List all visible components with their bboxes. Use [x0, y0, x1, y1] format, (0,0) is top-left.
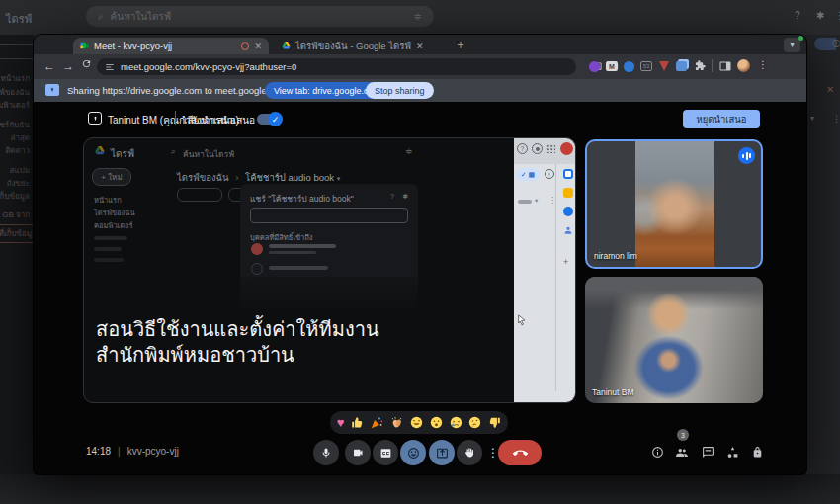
person-name-line — [269, 266, 328, 270]
side-panel-icon[interactable] — [719, 60, 731, 72]
url-text: meet.google.com/kvv-pcyo-vjj?authuser=0 — [121, 61, 296, 72]
dialog-fade — [240, 277, 418, 316]
address-bar[interactable]: meet.google.com/kvv-pcyo-vjj?authuser=0 … — [97, 58, 576, 75]
participant-tile-taninut[interactable]: Taninut BM — [585, 277, 763, 403]
close-icon: ✕ — [826, 84, 834, 95]
party-popper-reaction-icon[interactable] — [371, 416, 383, 429]
tab-search-chevron-button[interactable]: ▾ — [784, 38, 800, 52]
people-button[interactable] — [675, 446, 689, 460]
camera-button[interactable] — [345, 440, 371, 465]
end-call-button[interactable] — [498, 440, 542, 465]
reactions-button[interactable] — [400, 440, 426, 465]
tab-drive[interactable]: ไดรฟ์ของฉัน - Google ไดรฟ์ ✕ — [275, 38, 445, 54]
background-drive-sidebar: + หน้าแรก ไดรฟ์ของฉัน คอมพิวเตอร์ แชร์กั… — [0, 35, 34, 474]
host-controls-button[interactable] — [751, 446, 764, 459]
extension-icon[interactable] — [659, 61, 669, 71]
forward-button[interactable]: → — [62, 59, 74, 73]
thumbs-down-reaction-icon[interactable] — [488, 416, 501, 429]
drive-new-button: + ใหม่ — [92, 168, 131, 186]
meeting-code: kvv-pcyo-vjj — [127, 446, 179, 457]
extension-icon[interactable] — [624, 61, 634, 72]
microphone-button[interactable] — [313, 440, 339, 465]
presenter-bar: Taninut BM (คุณกำลังนำเสนอ) เสียงการนำเส… — [34, 102, 806, 135]
tasks-app-icon — [563, 207, 573, 216]
status-dot — [798, 36, 803, 41]
surprised-face-reaction-icon[interactable] — [430, 416, 443, 429]
person-name-line — [269, 244, 336, 248]
reactions-bar: ♥ — [330, 411, 508, 434]
sparkling-heart-reaction-icon[interactable]: ♥ — [337, 416, 345, 429]
background-new-button-fragment: + — [0, 44, 34, 59]
participant-name: Taninut BM — [592, 387, 634, 397]
drive-nav-item — [94, 236, 127, 240]
meet-favicon — [80, 42, 89, 50]
divider — [555, 164, 556, 391]
search-filter-icon: ≑ — [414, 11, 422, 22]
avatar — [251, 263, 263, 275]
tab-sharing-infobar: Sharing https://drive.google.com to meet… — [34, 79, 806, 102]
reload-button[interactable] — [81, 58, 92, 69]
chat-button[interactable] — [702, 446, 714, 459]
contacts-app-icon — [563, 225, 573, 235]
drive-profile-avatar — [560, 142, 573, 155]
browser-toolbar: ← → meet.google.com/kvv-pcyo-vjj?authuse… — [34, 54, 806, 79]
laughing-face-reaction-icon[interactable] — [410, 416, 423, 429]
drive-nav-item: ไดรฟ์ของฉัน — [94, 207, 135, 218]
screen-share-icon — [45, 84, 59, 96]
tab-title: Meet - kvv-pcyo-vjj — [94, 41, 172, 51]
mouse-cursor — [517, 314, 527, 326]
audio-activity-icon — [738, 147, 755, 164]
tab-close-icon[interactable]: ✕ — [254, 42, 262, 51]
drive-search-placeholder: ค้นหาในไดรฟ์ — [183, 147, 234, 161]
tab-recording-indicator-icon — [241, 42, 249, 50]
tab-close-icon[interactable]: ✕ — [416, 42, 424, 51]
background-storage-button-fragment: เพิ่มพื้นที่เก็บข้อมูล — [0, 224, 34, 243]
thinking-face-reaction-icon[interactable] — [468, 416, 481, 429]
background-search-input[interactable]: ⌕ ค้นหาในไดรฟ์ ≑ — [86, 6, 434, 27]
info-icon: ⓘ — [832, 39, 840, 49]
screen: ไดรฟ์ ⌕ ค้นหาในไดรฟ์ ≑ ? ✱ ⋮ + หน้าแรก ไ… — [0, 0, 840, 504]
thumbs-up-reaction-icon[interactable] — [351, 416, 364, 429]
sort-label — [518, 200, 532, 204]
stop-sharing-button[interactable]: Stop sharing — [366, 82, 434, 99]
apps-grid-icon — [546, 144, 555, 153]
add-apps-icon: + — [563, 257, 568, 267]
presentation-audio-label: เสียงการนำเสนอ — [184, 113, 255, 127]
drive-logo — [94, 145, 106, 156]
participant-tile-niramon[interactable]: niramon lim — [585, 139, 763, 269]
browser-menu-icon[interactable]: ⋮ — [758, 59, 768, 70]
gear-icon: ✱ — [402, 193, 408, 201]
clapping-hands-reaction-icon[interactable] — [390, 416, 403, 429]
back-button[interactable]: ← — [43, 59, 55, 73]
clock-time: 14:18 — [86, 446, 111, 457]
toggle-check-icon: ✓ — [268, 112, 283, 126]
shared-screen-tile[interactable]: ไดรฟ์ ⌕ ค้นหาในไดรฟ์ ≑ + ใหม่ หน้าแรก ได… — [83, 137, 576, 403]
search-icon: ⌕ — [171, 146, 176, 157]
gear-icon: ✱ — [816, 10, 824, 21]
drive-nav-item: คอมพิวเตอร์ — [94, 219, 133, 231]
captions-button[interactable] — [373, 440, 398, 465]
overflow-menu-icon: ⋮ — [832, 114, 840, 124]
raise-hand-button[interactable] — [457, 440, 482, 465]
meeting-details-button[interactable] — [651, 446, 664, 459]
crying-face-reaction-icon[interactable] — [450, 416, 462, 429]
stop-presenting-button[interactable]: หยุดนำเสนอ — [683, 110, 760, 128]
extension-badge-icon[interactable]: 53 — [640, 61, 652, 71]
drive-folder-extension-icon[interactable] — [676, 61, 687, 71]
presentation-audio-toggle[interactable]: ✓ — [257, 114, 281, 125]
gear-icon — [532, 143, 543, 154]
extension-icon[interactable] — [589, 61, 600, 72]
extensions-puzzle-icon[interactable] — [695, 60, 706, 71]
browser-window: Meet - kvv-pcyo-vjj ✕ ไดรฟ์ของฉัน - Goog… — [34, 35, 806, 474]
share-dialog-add-people-input — [250, 208, 408, 223]
help-icon: ? — [795, 10, 800, 21]
activities-button[interactable] — [726, 446, 739, 459]
profile-avatar[interactable] — [737, 59, 750, 72]
drive-nav-item: หน้าแรก — [94, 194, 122, 206]
mail-extension-icon[interactable]: M — [606, 61, 618, 71]
new-tab-button[interactable]: + — [453, 38, 468, 53]
tab-meet[interactable]: Meet - kvv-pcyo-vjj ✕ — [73, 38, 269, 54]
caption-line-1: สอนวิธีใช้งานและตั้งค่าให้ทีมงาน — [96, 316, 379, 342]
drive-app-name: ไดรฟ์ — [111, 146, 134, 161]
present-screen-button[interactable] — [429, 440, 455, 465]
